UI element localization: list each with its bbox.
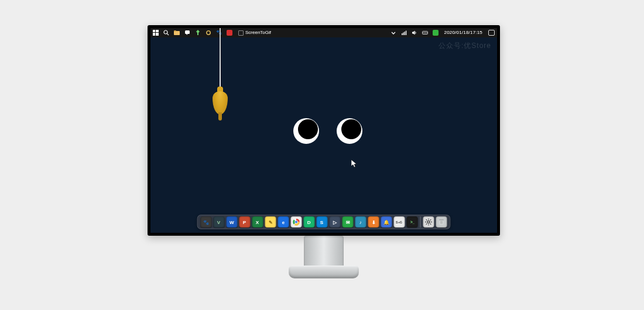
paw-button[interactable]: 🐾 <box>215 28 223 37</box>
dock-label: 🐾 <box>203 219 209 225</box>
svg-line-32 <box>430 223 431 224</box>
skype-icon[interactable]: S <box>317 216 328 228</box>
running-app-button[interactable]: ScreenToGif <box>236 28 273 37</box>
settings-icon[interactable] <box>423 216 434 228</box>
chat-button[interactable] <box>183 28 191 37</box>
svg-line-5 <box>167 33 169 35</box>
svg-line-34 <box>430 219 431 220</box>
svg-rect-8 <box>185 30 190 34</box>
clock-button[interactable]: 2020/01/18/17:15 <box>442 28 485 37</box>
dock-label: ✉ <box>345 219 350 225</box>
svg-marker-15 <box>412 31 415 35</box>
dock-label: ▷ <box>333 219 337 225</box>
dock-label: V <box>217 219 220 225</box>
volume-button[interactable] <box>410 28 419 37</box>
dock-label: S+G <box>396 221 403 223</box>
video-icon[interactable]: ▷ <box>330 216 341 228</box>
svg-rect-13 <box>404 32 405 35</box>
notifications-button[interactable] <box>487 28 496 37</box>
finder-paw-icon[interactable]: 🐾 <box>201 216 212 228</box>
monitor-stand-base <box>289 266 359 278</box>
svg-rect-3 <box>156 33 159 36</box>
pupil-icon <box>341 119 361 139</box>
dock[interactable]: 🐾 V W P X ✎ e D S ▷ ✉ ♪ ⬇ 🔔 S+G >_ <box>197 215 451 229</box>
dock-label: W <box>229 219 234 225</box>
svg-marker-21 <box>351 160 357 167</box>
vim-icon[interactable]: V <box>214 216 225 228</box>
dock-label: ⬇ <box>371 219 375 225</box>
tray-overflow-button[interactable] <box>389 28 398 37</box>
dock-label: ✎ <box>268 219 272 225</box>
notifications-icon <box>488 30 495 36</box>
snip-tool-icon[interactable]: S+G <box>394 216 405 228</box>
start-icon <box>153 30 159 36</box>
svg-rect-6 <box>174 31 180 35</box>
ime-button[interactable] <box>421 28 429 37</box>
monitor-frame: 🐾 ScreenToGif <box>148 25 500 236</box>
green-app-icon <box>433 30 439 36</box>
red-app-button[interactable] <box>225 28 234 37</box>
wechat-icon[interactable]: ✉ <box>342 216 354 228</box>
music-net-icon[interactable]: ♪ <box>355 216 366 228</box>
wifi-icon <box>401 30 407 36</box>
svg-line-33 <box>426 223 427 224</box>
volume-icon <box>412 30 417 36</box>
svg-rect-2 <box>153 33 155 36</box>
dock-label: S <box>320 219 323 225</box>
file-explorer-icon <box>174 30 180 36</box>
taskbar-left: 🐾 ScreenToGif <box>152 28 273 37</box>
dock-label: D <box>307 219 311 225</box>
chrome-icon[interactable] <box>291 216 302 228</box>
svg-line-31 <box>426 219 427 220</box>
svg-rect-14 <box>405 31 406 36</box>
svg-rect-12 <box>403 33 403 36</box>
svg-rect-11 <box>402 33 402 35</box>
powerpoint-icon[interactable]: P <box>239 216 251 228</box>
dock-label: e <box>282 219 285 225</box>
svg-rect-7 <box>174 30 176 32</box>
dock-label: 🔔 <box>383 219 389 225</box>
wallpaper-eye-right <box>337 118 362 144</box>
pull-cord-tassel[interactable] <box>209 87 231 120</box>
svg-rect-0 <box>153 30 155 32</box>
dock-label: X <box>256 219 259 225</box>
green-tray-button[interactable] <box>431 28 440 37</box>
search-button[interactable] <box>162 28 170 37</box>
taskbar-right: 2020/01/18/17:15 <box>389 28 496 37</box>
red-app-icon <box>227 30 232 36</box>
excel-icon[interactable]: X <box>252 216 263 228</box>
green-d-icon[interactable]: D <box>304 216 315 228</box>
pupil-icon <box>298 119 318 139</box>
clock-text: 2020/01/18/17:15 <box>444 28 482 37</box>
wifi-button[interactable] <box>400 28 408 37</box>
pin-button[interactable] <box>194 28 202 37</box>
taskbar[interactable]: 🐾 ScreenToGif <box>150 28 497 37</box>
desktop-screen[interactable]: 🐾 ScreenToGif <box>150 28 497 233</box>
pull-cord[interactable] <box>220 28 221 91</box>
search-icon <box>163 30 169 36</box>
todo-bell-icon[interactable]: 🔔 <box>381 216 392 228</box>
dock-label: P <box>243 219 246 225</box>
paw-icon: 🐾 <box>216 30 222 36</box>
svg-marker-9 <box>186 34 187 35</box>
svg-rect-36 <box>439 219 444 220</box>
pencil-icon[interactable]: ✎ <box>265 216 276 228</box>
file-explorer-button[interactable] <box>173 28 181 37</box>
dock-label: >_ <box>410 220 414 223</box>
download-icon[interactable]: ⬇ <box>368 216 379 228</box>
edge-icon[interactable]: e <box>278 216 289 228</box>
mouse-cursor-icon <box>351 160 357 168</box>
running-app-label: ScreenToGif <box>245 28 271 37</box>
chat-icon <box>184 30 190 36</box>
word-icon[interactable]: W <box>227 216 238 228</box>
screentogif-icon <box>238 30 244 36</box>
start-button[interactable] <box>152 28 160 37</box>
pin-icon <box>195 30 201 36</box>
ring-button[interactable] <box>204 28 213 37</box>
svg-point-4 <box>164 30 167 34</box>
terminal-icon[interactable]: >_ <box>407 216 418 228</box>
wallpaper-eye-left <box>293 118 319 144</box>
dock-label: ♪ <box>359 219 362 225</box>
watermark-text: 公众号:优Store <box>439 41 491 51</box>
trash-icon[interactable] <box>436 216 447 228</box>
